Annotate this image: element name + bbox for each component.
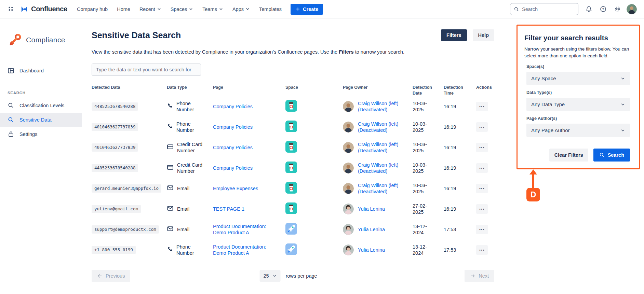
data-type-cell: Email [167, 205, 213, 213]
page-link[interactable]: Company Policies [213, 165, 253, 171]
data-type-cell: Email [167, 184, 213, 193]
page-owner-link[interactable]: Yulia Lenina [358, 206, 385, 212]
page-cell: Company Policies [213, 103, 285, 110]
table-row: +1-800-555-0199 Phone Number Product Doc… [92, 240, 513, 260]
page-link[interactable]: Product Documentation: Demo Product A [213, 223, 276, 236]
page-owner-link[interactable]: Craig Willson (left) (Deactivated) [358, 162, 409, 174]
page-owner-link[interactable]: Craig Willson (left) (Deactivated) [358, 141, 409, 154]
page-owner-avatar [343, 224, 354, 235]
page-owner-link[interactable]: Yulia Lenina [358, 247, 385, 253]
filter-search-button[interactable]: Search [593, 149, 630, 162]
global-search-box[interactable] [510, 3, 578, 15]
table-header: Detected Data Data Type Page Space Page … [92, 85, 513, 96]
page-author-filter-select[interactable]: Any Page Author [526, 124, 630, 137]
page-owner-cell: Craig Willson (left) (Deactivated) [343, 121, 413, 133]
actions-cell: ••• [476, 245, 494, 255]
detected-data-cell: 4010463627737839 [92, 123, 167, 131]
col-header-page-owner: Page Owner [343, 85, 413, 96]
col-header-detected-data: Detected Data [92, 85, 167, 96]
previous-page-button[interactable]: Previous [92, 270, 130, 282]
app-switcher-button[interactable] [5, 3, 17, 15]
sidebar-item-dashboard[interactable]: Dashboard [0, 64, 82, 78]
coffee-space-icon[interactable] [285, 202, 297, 214]
nav-item-spaces[interactable]: Spaces [171, 6, 193, 12]
actions-cell: ••• [476, 184, 494, 193]
phone-icon [167, 123, 173, 131]
filter-field-data-types: Data Type(s) Any Data Type [524, 90, 632, 111]
page-link[interactable]: Product Documentation: Demo Product A [213, 244, 276, 256]
page-owner-avatar [343, 244, 354, 255]
space-cell [285, 141, 343, 154]
page-link[interactable]: Company Policies [213, 124, 253, 130]
col-header-detection-date: Detection Date [413, 85, 444, 96]
email-icon [167, 205, 174, 213]
page-owner-link[interactable]: Craig Willson (left) (Deactivated) [358, 100, 409, 113]
sidebar-item-label: Dashboard [19, 68, 44, 73]
rows-per-page-select[interactable]: 25 [260, 270, 281, 282]
sensitive-data-search-input[interactable] [92, 64, 201, 76]
space-filter-select[interactable]: Any Space [526, 72, 630, 85]
row-actions-button[interactable]: ••• [476, 163, 488, 173]
title-row: Sensitive Data Search Filters Help [92, 29, 494, 41]
sidebar-item-sensitive-data[interactable]: Sensitive Data [0, 113, 82, 127]
row-actions-button[interactable]: ••• [476, 225, 488, 234]
page-link[interactable]: Company Policies [213, 144, 253, 151]
coffee-space-icon[interactable] [285, 162, 297, 173]
row-actions-button[interactable]: ••• [476, 204, 488, 214]
actions-cell: ••• [476, 143, 494, 152]
data-type-filter-select[interactable]: Any Data Type [526, 98, 630, 111]
row-actions-button[interactable]: ••• [476, 143, 488, 152]
rocket-space-icon[interactable] [285, 223, 297, 235]
page-owner-link[interactable]: Yulia Lenina [358, 226, 385, 233]
help-button-topbar[interactable]: ? [597, 3, 609, 15]
title-buttons: Filters Help [441, 29, 494, 41]
create-button[interactable]: Create [291, 4, 323, 15]
sidebar-item-settings[interactable]: Settings [0, 127, 82, 141]
confluence-logo[interactable]: Confluence [20, 5, 67, 14]
detection-date: 10-03- 2025 [413, 121, 444, 133]
row-actions-button[interactable]: ••• [476, 122, 488, 132]
page-link[interactable]: Employee Expenses [213, 185, 258, 192]
page-owner-link[interactable]: Craig Willson (left) (Deactivated) [358, 121, 409, 133]
page-owner-link[interactable]: Craig Willson (left) (Deactivated) [358, 182, 409, 195]
page-link[interactable]: Company Policies [213, 103, 253, 110]
nav-item-home[interactable]: Home [117, 6, 130, 12]
rocket-space-icon[interactable] [285, 243, 297, 255]
notifications-button[interactable] [582, 3, 595, 15]
page-cell: Company Policies [213, 165, 285, 171]
space-cell [285, 121, 343, 134]
settings-button-topbar[interactable] [611, 3, 623, 15]
next-page-button[interactable]: Next [465, 270, 494, 282]
profile-button[interactable] [626, 3, 638, 15]
coffee-space-icon[interactable] [285, 141, 297, 153]
space-cell [285, 100, 343, 113]
page-link[interactable]: TEST PAGE 1 [213, 206, 244, 212]
nav-item-templates[interactable]: Templates [259, 6, 282, 12]
row-actions-button[interactable]: ••• [476, 102, 488, 111]
chevron-down-icon [157, 7, 161, 11]
key-icon [8, 32, 23, 48]
data-type-cell: Phone Number [167, 244, 213, 256]
nav-item-company-hub[interactable]: Company hub [77, 6, 108, 12]
coffee-space-icon[interactable] [285, 100, 297, 112]
nav-item-apps[interactable]: Apps [232, 6, 250, 12]
detection-time: 16:19 [444, 144, 476, 151]
page-owner-avatar [343, 142, 354, 153]
nav-item-teams[interactable]: Teams [202, 6, 223, 12]
coffee-space-icon[interactable] [285, 182, 297, 194]
detected-data-value: yuliena@gmail.com [92, 205, 141, 213]
col-header-detection-time: Detection Time [444, 85, 476, 96]
coffee-space-icon[interactable] [285, 121, 297, 132]
row-actions-button[interactable]: ••• [476, 184, 488, 193]
row-actions-button[interactable]: ••• [476, 245, 488, 255]
search-icon [8, 102, 14, 109]
filters-button[interactable]: Filters [441, 29, 467, 41]
nav-item-recent[interactable]: Recent [139, 6, 161, 12]
detected-data-value: 4485253678540288 [92, 164, 138, 172]
chevron-down-icon [620, 128, 625, 133]
global-search-input[interactable] [522, 6, 570, 12]
sidebar-item-classification-levels[interactable]: Classification Levels [0, 98, 82, 113]
help-button[interactable]: Help [473, 29, 494, 41]
page-cell: Company Policies [213, 124, 285, 130]
clear-filters-button[interactable]: Clear Filters [549, 149, 588, 162]
